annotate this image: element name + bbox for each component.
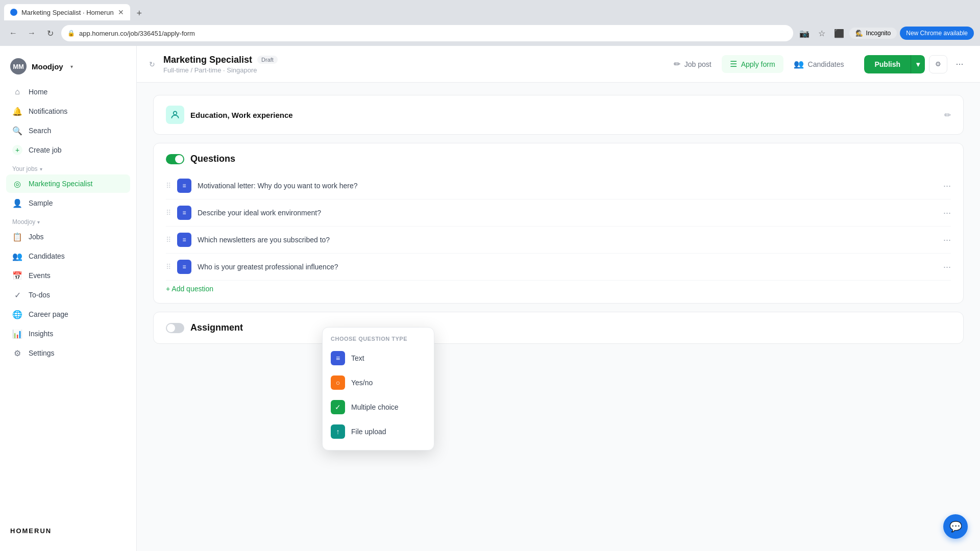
sidebar-settings-label: Settings xyxy=(29,349,55,357)
incognito-icon: 🕵 xyxy=(855,30,863,37)
publish-dropdown-btn[interactable]: ▾ xyxy=(911,55,925,73)
star-btn[interactable]: ☆ xyxy=(815,26,829,40)
question-item-2: ⠿ ≡ Describe your ideal work environment… xyxy=(166,199,951,227)
incognito-btn[interactable]: 🕵 Incognito xyxy=(849,28,897,39)
dropdown-item-file-upload[interactable]: ↑ File upload xyxy=(323,419,434,444)
marketing-specialist-icon: ◎ xyxy=(12,179,22,189)
education-icon xyxy=(166,106,184,124)
question-icon-2: ≡ xyxy=(177,206,191,220)
dropdown-label: CHOOSE QUESTION TYPE xyxy=(323,334,434,346)
add-question-btn[interactable]: + Add question xyxy=(166,281,213,297)
sidebar-search-label: Search xyxy=(29,127,51,135)
question-icon-4: ≡ xyxy=(177,260,191,274)
sidebar-item-settings[interactable]: ⚙ Settings xyxy=(6,344,130,362)
drag-handle-4[interactable]: ⠿ xyxy=(166,263,171,271)
sidebar-item-notifications[interactable]: 🔔 Notifications xyxy=(6,102,130,120)
forward-btn[interactable]: → xyxy=(24,26,39,40)
main-content: Education, Work experience ✏ Questions xyxy=(137,83,980,551)
sidebar-item-insights[interactable]: 📊 Insights xyxy=(6,324,130,343)
sidebar-career-label: Career page xyxy=(29,310,68,318)
svg-point-0 xyxy=(174,111,177,115)
sidebar-notifications-label: Notifications xyxy=(29,107,67,115)
your-jobs-arrow[interactable]: ▾ xyxy=(40,166,42,172)
refresh-btn[interactable]: ↻ xyxy=(43,26,57,40)
events-icon: 📅 xyxy=(12,270,22,281)
camera-btn[interactable]: 📷 xyxy=(797,26,812,40)
question-more-4[interactable]: ··· xyxy=(943,262,951,272)
avatar: MM xyxy=(10,58,27,74)
sidebar-item-create-job[interactable]: + Create job xyxy=(6,141,130,159)
company-section-arrow[interactable]: ▾ xyxy=(37,219,40,225)
tab-apply-form[interactable]: ☰ Apply form xyxy=(722,55,783,73)
tab-close-btn[interactable]: ✕ xyxy=(118,8,124,16)
home-icon: ⌂ xyxy=(12,87,22,97)
active-tab[interactable]: Marketing Specialist · Homerun ✕ xyxy=(4,4,130,20)
candidates-tab-icon: 👥 xyxy=(794,59,804,69)
chat-btn[interactable]: 💬 xyxy=(943,514,968,539)
new-tab-btn[interactable]: + xyxy=(132,6,146,20)
top-nav: ↻ Marketing Specialist Draft Full-time /… xyxy=(137,46,980,83)
drag-handle-2[interactable]: ⠿ xyxy=(166,209,171,217)
new-chrome-btn[interactable]: New Chrome available xyxy=(900,27,974,40)
dropdown-item-yesno[interactable]: ○ Yes/no xyxy=(323,370,434,395)
sidebar-item-career-page[interactable]: 🌐 Career page xyxy=(6,305,130,323)
toggle-knob xyxy=(175,155,183,163)
add-question-label: + Add question xyxy=(166,285,213,293)
more-btn[interactable]: ··· xyxy=(951,56,968,72)
company-dropdown-arrow[interactable]: ▾ xyxy=(70,64,73,69)
sidebar-jobs-label: Jobs xyxy=(29,233,44,241)
split-btn[interactable]: ⬛ xyxy=(832,26,846,40)
sync-icon: ↻ xyxy=(149,60,155,68)
settings-btn[interactable]: ⚙ xyxy=(929,55,947,73)
question-type-dropdown: CHOOSE QUESTION TYPE ≡ Text ○ Yes/no ✓ M… xyxy=(322,327,434,450)
sidebar-item-marketing-specialist[interactable]: ◎ Marketing Specialist xyxy=(6,174,130,193)
back-btn[interactable]: ← xyxy=(6,26,20,40)
dropdown-yesno-label: Yes/no xyxy=(351,379,373,387)
assignment-toggle[interactable] xyxy=(166,323,184,333)
drag-handle-3[interactable]: ⠿ xyxy=(166,236,171,244)
tab-candidates[interactable]: 👥 Candidates xyxy=(786,55,852,73)
apply-form-icon: ☰ xyxy=(730,59,737,69)
sidebar-item-search[interactable]: 🔍 Search xyxy=(6,121,130,140)
sidebar-todos-label: To-dos xyxy=(29,291,50,299)
questions-card: Questions ⠿ ≡ Motivational letter: Why d… xyxy=(153,143,964,304)
question-text-3: Which newsletters are you subscribed to? xyxy=(198,236,937,244)
question-icon-3: ≡ xyxy=(177,233,191,247)
questions-title: Questions xyxy=(190,154,235,164)
sidebar-item-sample[interactable]: 👤 Sample xyxy=(6,194,130,212)
publish-btn[interactable]: Publish xyxy=(864,55,911,73)
yesno-type-icon: ○ xyxy=(331,375,345,390)
tab-title: Marketing Specialist · Homerun xyxy=(21,9,114,16)
sidebar-item-home[interactable]: ⌂ Home xyxy=(6,83,130,101)
file-upload-type-icon: ↑ xyxy=(331,424,345,439)
sidebar-item-events[interactable]: 📅 Events xyxy=(6,266,130,285)
dropdown-item-text[interactable]: ≡ Text xyxy=(323,346,434,370)
tab-job-post[interactable]: ✏ Job post xyxy=(666,55,720,73)
education-card: Education, Work experience ✏ xyxy=(153,95,964,135)
drag-handle-1[interactable]: ⠿ xyxy=(166,182,171,190)
sidebar-item-todos[interactable]: ✓ To-dos xyxy=(6,286,130,304)
question-more-1[interactable]: ··· xyxy=(943,181,951,191)
tab-favicon xyxy=(10,9,17,16)
question-item-4: ⠿ ≡ Who is your greatest professional in… xyxy=(166,254,951,281)
dropdown-item-multiple-choice[interactable]: ✓ Multiple choice xyxy=(323,395,434,419)
question-more-3[interactable]: ··· xyxy=(943,235,951,245)
sidebar-item-jobs[interactable]: 📋 Jobs xyxy=(6,228,130,246)
draft-badge: Draft xyxy=(257,56,278,64)
questions-toggle[interactable] xyxy=(166,154,184,164)
sidebar-sample-label: Sample xyxy=(29,199,53,207)
question-item-3: ⠿ ≡ Which newsletters are you subscribed… xyxy=(166,227,951,254)
incognito-label: Incognito xyxy=(866,30,891,37)
sidebar-create-label: Create job xyxy=(29,146,62,154)
address-bar[interactable]: 🔒 app.homerun.co/job/336451/apply-form xyxy=(61,25,793,41)
dropdown-multiple-label: Multiple choice xyxy=(351,403,399,411)
sidebar-item-candidates[interactable]: 👥 Candidates xyxy=(6,247,130,265)
top-nav-tabs: ✏ Job post ☰ Apply form 👥 Candidates xyxy=(666,55,852,73)
education-card-title: Education, Work experience xyxy=(190,111,938,119)
homerun-logo: HOMERUN xyxy=(10,527,126,535)
tab-apply-form-label: Apply form xyxy=(741,60,775,68)
tab-candidates-label: Candidates xyxy=(808,60,844,68)
education-edit-btn[interactable]: ✏ xyxy=(944,110,951,120)
question-more-2[interactable]: ··· xyxy=(943,208,951,218)
job-meta: Full-time / Part-time · Singapore xyxy=(163,66,666,74)
